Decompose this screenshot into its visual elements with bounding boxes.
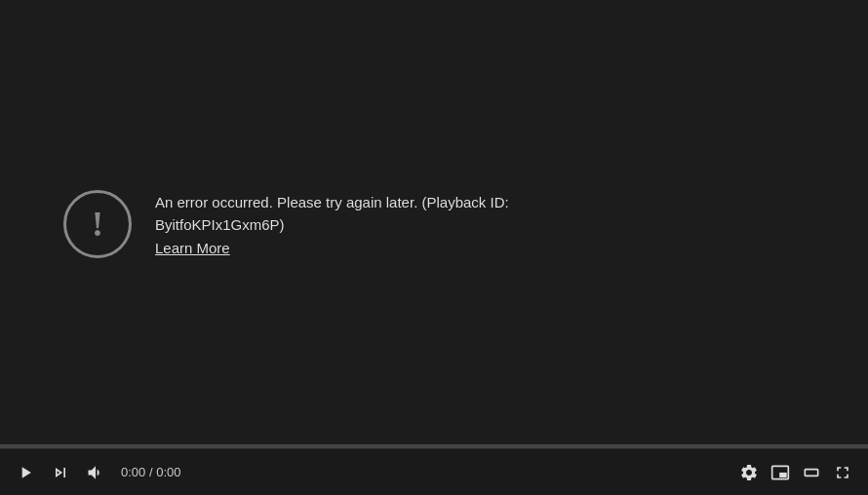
error-message: An error occurred. Please try again late… bbox=[155, 192, 509, 236]
video-player: ! An error occurred. Please try again la… bbox=[0, 0, 868, 495]
error-content: ! An error occurred. Please try again la… bbox=[63, 190, 509, 258]
next-button[interactable] bbox=[47, 459, 74, 486]
theater-icon bbox=[802, 463, 821, 482]
time-total: 0:00 bbox=[156, 465, 180, 479]
fullscreen-icon bbox=[833, 463, 852, 482]
next-icon bbox=[51, 463, 70, 482]
volume-button[interactable] bbox=[82, 459, 109, 486]
learn-more-link[interactable]: Learn More bbox=[155, 240, 509, 256]
settings-button[interactable] bbox=[735, 459, 763, 486]
time-display: 0:00 / 0:00 bbox=[121, 465, 180, 479]
exclamation-icon: ! bbox=[92, 207, 103, 242]
miniplayer-icon bbox=[770, 463, 790, 482]
video-area: ! An error occurred. Please try again la… bbox=[0, 0, 868, 448]
theater-button[interactable] bbox=[798, 459, 825, 486]
play-icon bbox=[16, 463, 35, 482]
time-current: 0:00 bbox=[121, 465, 145, 479]
error-message-line2: ByitfoKPIx1Gxm6P) bbox=[155, 216, 285, 233]
progress-bar[interactable] bbox=[0, 444, 868, 448]
volume-icon bbox=[86, 463, 105, 482]
error-text-block: An error occurred. Please try again late… bbox=[155, 192, 509, 256]
settings-icon bbox=[739, 463, 759, 482]
controls-bar: 0:00 / 0:00 bbox=[0, 448, 868, 495]
fullscreen-button[interactable] bbox=[829, 459, 856, 486]
error-icon: ! bbox=[63, 190, 132, 258]
play-button[interactable] bbox=[12, 459, 39, 486]
error-message-line1: An error occurred. Please try again late… bbox=[155, 194, 509, 210]
right-controls bbox=[735, 459, 856, 486]
miniplayer-button[interactable] bbox=[767, 459, 794, 486]
